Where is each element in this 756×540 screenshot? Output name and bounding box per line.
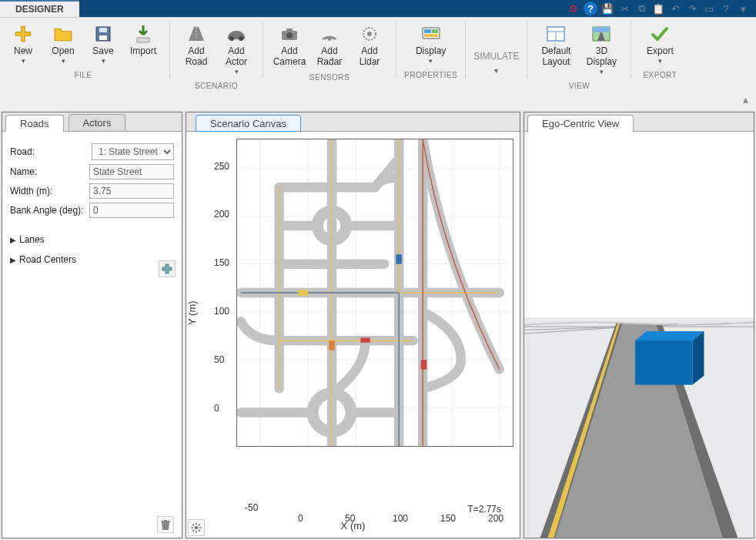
svg-line-48 (192, 530, 194, 532)
tab-scenario-canvas[interactable]: Scenario Canvas (196, 115, 301, 132)
road-label: Road: (10, 146, 92, 157)
y-tick-100: 100 (214, 306, 229, 317)
copy-icon[interactable]: ⧉ (634, 2, 648, 15)
svg-rect-9 (286, 29, 293, 32)
tab-roads[interactable]: Roads (5, 115, 64, 132)
designer-tab[interactable]: DESIGNER (0, 0, 79, 17)
name-label: Name: (10, 166, 89, 177)
x-tick--50: -50 (245, 502, 258, 513)
svg-rect-1 (99, 35, 107, 40)
delete-button[interactable] (157, 516, 174, 533)
display-button[interactable]: Display ▾ (410, 21, 453, 66)
x-tick-150: 150 (440, 513, 456, 524)
group-file: New ▾ Open ▾ Save ▾ (0, 18, 166, 93)
svg-rect-3 (137, 38, 149, 42)
save-icon[interactable]: 💾 (600, 2, 614, 15)
three-d-display-button[interactable]: 3D Display ▾ (580, 21, 623, 77)
default-layout-button[interactable]: Default Layout (535, 21, 577, 77)
add-actor-button[interactable]: Add Actor ▾ (218, 21, 255, 77)
width-field[interactable] (89, 183, 174, 199)
undo-icon[interactable]: ↶ (668, 2, 682, 15)
add-lidar-button[interactable]: Add Lidar (351, 21, 388, 69)
road-select[interactable]: 1: State Street (92, 143, 174, 160)
svg-rect-37 (396, 254, 401, 263)
new-button[interactable]: New ▾ (5, 21, 42, 66)
y-tick-50: 50 (214, 354, 224, 365)
properties-group-label: PROPERTIES (404, 66, 457, 82)
bank-label: Bank Angle (deg): (10, 205, 89, 216)
center-panel: Scenario Canvas Y (m) 250 200 150 100 50… (186, 112, 520, 538)
group-export: Export ▾ EXPORT (634, 18, 685, 93)
y-tick-250: 250 (214, 161, 229, 172)
paste-icon[interactable]: 📋 (651, 2, 665, 15)
width-label: Width (m): (10, 186, 89, 196)
import-button[interactable]: Import (125, 21, 162, 66)
svg-rect-16 (424, 34, 438, 37)
svg-point-10 (328, 38, 331, 41)
import-icon (126, 22, 160, 45)
bank-field[interactable] (89, 203, 174, 218)
toolstrip-collapse-icon[interactable]: ▴ (743, 93, 748, 106)
open-button[interactable]: Open ▾ (45, 21, 82, 66)
svg-point-6 (239, 36, 243, 41)
svg-rect-59 (635, 340, 693, 385)
cut-icon[interactable]: ✂ (617, 2, 631, 15)
canvas-area[interactable]: Y (m) 250 200 150 100 50 0 X (m) -50 0 5… (194, 136, 512, 530)
redo-icon[interactable]: ↷ (685, 2, 699, 15)
x-tick-50: 50 (345, 513, 355, 524)
scenario-map[interactable] (236, 139, 513, 447)
x-tick-0: 0 (298, 513, 303, 524)
plus-icon (6, 22, 40, 45)
svg-rect-39 (299, 290, 308, 295)
svg-line-49 (199, 524, 200, 525)
group-sensors: Add Camera Add Radar Add Lidar SENSORS (266, 18, 393, 93)
add-road-label: Add Road (179, 45, 213, 67)
svg-point-41 (195, 526, 199, 530)
svg-rect-38 (421, 360, 427, 369)
menu-icon[interactable]: ▾ (736, 2, 750, 15)
add-radar-button[interactable]: Add Radar (311, 21, 348, 69)
svg-point-8 (286, 32, 293, 39)
help-icon[interactable]: ? (719, 2, 733, 15)
time-label: T=2.77s (467, 504, 501, 515)
svg-rect-50 (524, 136, 754, 317)
folder-icon (46, 22, 80, 45)
add-road-button[interactable]: Add Road (178, 21, 215, 77)
group-scenario: Add Road Add Actor ▾ SCENARIO (173, 18, 259, 93)
add-center-button[interactable] (159, 260, 176, 277)
add-camera-button[interactable]: Add Camera (271, 21, 308, 69)
y-tick-200: 200 (214, 209, 229, 220)
pref-icon[interactable]: ⚙ (567, 2, 580, 15)
save-button[interactable]: Save ▾ (85, 21, 122, 66)
view-group-label: VIEW (569, 77, 590, 93)
svg-rect-2 (99, 28, 107, 32)
y-tick-150: 150 (214, 257, 229, 268)
simulate-label: SIMULATE (473, 51, 519, 62)
radar-icon (313, 22, 346, 45)
layout-icon[interactable]: ▭ (702, 2, 716, 15)
svg-rect-36 (329, 340, 334, 350)
svg-rect-21 (593, 27, 610, 32)
group-simulate: SIMULATE ▾ (469, 18, 524, 93)
section-lanes[interactable]: Lanes (2, 230, 182, 250)
add-actor-label: Add Actor (219, 45, 253, 67)
name-field[interactable] (89, 164, 174, 179)
camera-icon (273, 22, 306, 45)
svg-line-46 (192, 524, 194, 525)
tab-actors[interactable]: Actors (69, 114, 126, 131)
toolstrip: New ▾ Open ▾ Save ▾ (0, 17, 756, 110)
section-road-centers[interactable]: Road Centers (2, 250, 182, 270)
help-blue-icon[interactable]: ? (584, 2, 597, 15)
canvas-settings-button[interactable] (188, 519, 205, 536)
right-panel: Ego-Centric View (524, 112, 754, 538)
export-button[interactable]: Export ▾ (639, 21, 681, 66)
svg-point-5 (229, 36, 234, 41)
export-group-label: EXPORT (643, 66, 677, 82)
body: Roads Actors Road: 1: State Street Name:… (0, 110, 756, 540)
car-icon (219, 22, 253, 45)
x-tick-100: 100 (393, 513, 408, 524)
ego-scene[interactable] (524, 136, 754, 538)
tab-ego-view[interactable]: Ego-Centric View (527, 115, 634, 132)
svg-rect-40 (360, 337, 370, 342)
lidar-icon (353, 22, 386, 45)
